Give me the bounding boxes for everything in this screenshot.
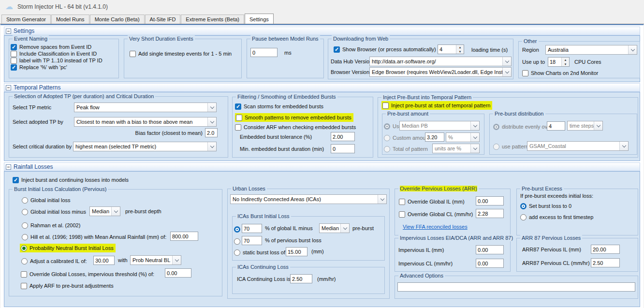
spinner-down-icon[interactable]: ▼ — [562, 62, 569, 66]
radio-icon[interactable] — [234, 238, 240, 245]
option-inject-losses[interactable]: Inject burst and continuing losses into … — [13, 176, 129, 184]
radio-icon[interactable] — [21, 258, 28, 264]
collapse-icon[interactable] — [6, 85, 11, 90]
option-smooth-patterns[interactable]: Smooth patterns to remove embedded burst… — [235, 113, 353, 122]
option-charts-2nd-monitor[interactable]: Show Charts on 2nd Monitor — [522, 69, 598, 77]
radio-selected-green-icon[interactable] — [21, 245, 27, 251]
static-burst-loss-input[interactable]: 15.00 — [286, 247, 307, 256]
checkbox-icon[interactable] — [11, 51, 17, 57]
radio-icon[interactable] — [22, 222, 28, 229]
impervious-il-input[interactable]: 0.00 — [476, 245, 504, 254]
radio-icon[interactable] — [22, 209, 28, 215]
checkbox-icon[interactable] — [235, 124, 241, 131]
option-add-excess-first-timestep[interactable]: add excess to first timestep — [520, 213, 593, 221]
checkbox-icon[interactable] — [21, 283, 27, 289]
tab-monte-carlo[interactable]: Monte Carlo (Beta) — [90, 15, 145, 24]
tab-storm-generator[interactable]: Storm Generator — [1, 15, 51, 24]
arr87-cl-input[interactable]: 2.50 — [591, 258, 620, 267]
impervious-threshold-input[interactable]: 0.00 — [165, 268, 191, 278]
loading-time-spinner[interactable]: 4 ▲▼ — [438, 44, 464, 54]
arr87-il-input[interactable]: 20.00 — [591, 245, 620, 254]
spinner-value[interactable]: 4 — [438, 45, 456, 54]
rainfall-section-header[interactable]: Rainfall Losses — [4, 162, 640, 171]
collapse-icon[interactable] — [6, 29, 11, 34]
option-probability-neutral[interactable]: Probability Neutral Burst Initial Loss — [20, 244, 116, 252]
tab-model-runs[interactable]: Model Runs — [51, 15, 89, 24]
advanced-options-input[interactable] — [397, 282, 635, 292]
option-static-burst-loss[interactable]: static burst loss of — [234, 249, 285, 256]
impervious-cl-input[interactable]: 0.00 — [476, 259, 504, 268]
radio-icon[interactable] — [22, 197, 28, 204]
cpu-cores-spinner[interactable]: 18 ▲▼ — [548, 57, 570, 67]
mean-annual-rainfall-input[interactable]: 800.00 — [170, 232, 198, 241]
spinner-down-icon[interactable]: ▼ — [456, 49, 464, 54]
min-burst-duration-input[interactable]: 0 — [331, 144, 355, 153]
checkbox-checked-icon[interactable] — [334, 46, 340, 53]
checkbox-icon[interactable] — [382, 103, 389, 109]
option-global-loss-minus[interactable]: Global initial loss minus — [22, 208, 86, 216]
dropdown-chevron-icon[interactable] — [207, 142, 216, 151]
pause-ms-input[interactable]: 0 — [250, 48, 278, 57]
dropdown-chevron-icon[interactable] — [502, 57, 511, 66]
dropdown-chevron-icon[interactable] — [340, 224, 349, 233]
spinner-up-icon[interactable]: ▲ — [456, 45, 464, 49]
browser-version-dropdown[interactable]: Edge Browser (requires WebView2Loader.dl… — [369, 67, 512, 77]
temporal-section-header[interactable]: Temporal Patterns — [4, 83, 640, 92]
option-pct-global-il[interactable] — [234, 225, 240, 233]
radio-selected-icon[interactable] — [234, 226, 240, 233]
radio-selected-icon[interactable] — [520, 203, 527, 209]
spinner-value[interactable]: 18 — [548, 58, 561, 66]
option-adjust-calibrated-il[interactable]: Adjust a calibrated IL of: — [21, 257, 87, 265]
option-override-global-cl[interactable]: Override Global CL (mm/hr) — [399, 210, 473, 218]
dropdown-chevron-icon[interactable] — [628, 45, 637, 54]
radio-icon[interactable] — [22, 234, 28, 240]
dropdown-chevron-icon[interactable] — [378, 195, 386, 204]
tab-at-site-ifd[interactable]: At-Site IFD — [145, 15, 181, 24]
option-inject-preburst[interactable]: Inject pre-burst at start of temporal pa… — [381, 101, 492, 110]
dropdown-chevron-icon[interactable] — [207, 117, 216, 126]
option-show-browser[interactable]: Show Browser (or prcess automatically) — [334, 45, 436, 53]
settings-section-header[interactable]: Settings — [4, 27, 640, 35]
checkbox-checked-icon[interactable] — [235, 103, 241, 110]
checkbox-icon[interactable] — [11, 58, 17, 64]
override-cl-input[interactable]: 2.28 — [476, 209, 504, 218]
urban-losses-dropdown[interactable]: No Indirectly Connected Areas (ICAs) — [230, 194, 387, 204]
collapse-icon[interactable] — [6, 164, 11, 170]
dropdown-chevron-icon[interactable] — [502, 68, 511, 76]
ffa-reconciled-losses-link[interactable]: View FFA reconciled losses — [403, 224, 468, 230]
checkbox-icon[interactable] — [21, 271, 27, 278]
tp-metric-dropdown[interactable]: Peak flow — [74, 103, 217, 112]
option-pct-pervious[interactable] — [234, 237, 240, 245]
tab-extreme-events[interactable]: Extreme Events (Beta) — [181, 15, 244, 24]
checkbox-icon[interactable] — [130, 51, 136, 57]
region-dropdown[interactable]: Australia — [545, 45, 637, 55]
option-consider-arf[interactable]: Consider ARF when checking embedded burs… — [235, 123, 356, 131]
preburst-depth-dropdown[interactable]: Median — [89, 206, 120, 216]
icas-median-dropdown[interactable]: Median — [319, 223, 350, 233]
critical-duration-dropdown[interactable]: highest mean (selected TP metric) — [73, 142, 217, 151]
adjust-method-dropdown[interactable]: Prob Neutral BL — [130, 255, 181, 265]
option-hill[interactable]: Hill et al. (1996; 1998) with Mean Annua… — [22, 233, 166, 241]
checkbox-icon[interactable] — [399, 199, 405, 205]
pct-pervious-input[interactable]: 70 — [242, 236, 262, 245]
dropdown-chevron-icon[interactable] — [172, 256, 181, 264]
burst-tolerance-input[interactable]: 2.00 — [331, 132, 355, 141]
pct-global-il-input[interactable]: 70 — [242, 224, 262, 233]
dropdown-chevron-icon[interactable] — [207, 103, 216, 112]
checkbox-checked-icon[interactable] — [13, 177, 19, 183]
spinner-up-icon[interactable]: ▲ — [562, 58, 569, 62]
override-il-input[interactable]: 0.00 — [476, 196, 504, 205]
tab-settings[interactable]: Settings — [245, 14, 274, 24]
checkbox-checked-icon[interactable] — [11, 44, 17, 50]
checkbox-icon[interactable] — [399, 211, 405, 218]
checkbox-icon[interactable] — [236, 115, 242, 121]
calibrated-il-input[interactable]: 30.00 — [93, 256, 115, 265]
adopted-tp-dropdown[interactable]: Closest to mean with a bias to those abo… — [74, 117, 217, 127]
bias-factor-input[interactable]: 2.0 — [205, 128, 218, 137]
option-set-burst-loss-0[interactable]: Set burst loss to 0 — [520, 202, 571, 210]
option-override-global-il[interactable]: Override Global IL (mm) — [399, 198, 465, 205]
option-scan-storms[interactable]: Scan storms for embedded bursts — [235, 103, 323, 110]
option-global-initial-loss[interactable]: Global initial loss — [22, 196, 71, 204]
checkbox-checked-icon[interactable] — [11, 64, 17, 71]
option-rahman[interactable]: Rahman et al. (2002) — [22, 221, 80, 229]
